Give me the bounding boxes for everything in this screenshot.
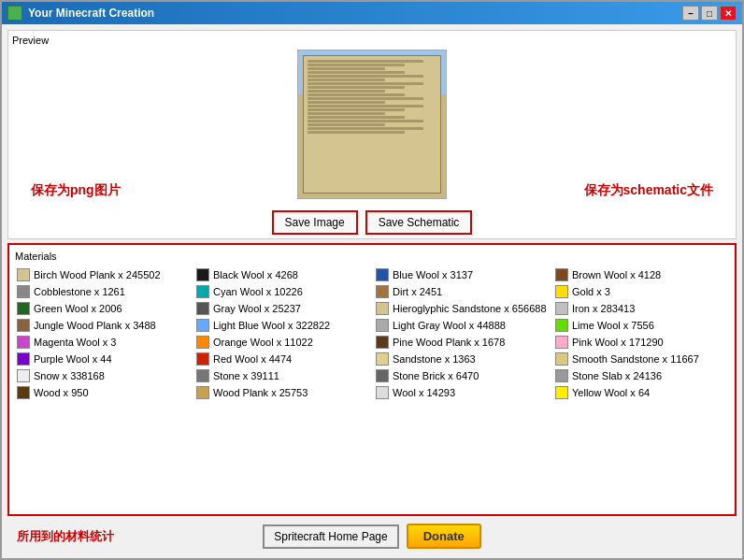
list-item: Orange Wool x 11022 xyxy=(194,335,370,350)
list-item: Iron x 283413 xyxy=(553,301,729,316)
material-color-swatch xyxy=(376,268,389,281)
mc-line xyxy=(308,64,405,66)
material-name: Stone x 39111 xyxy=(213,370,279,381)
main-window: Your Minecraft Creation – □ ✕ Preview xyxy=(0,0,744,560)
material-color-swatch xyxy=(196,369,209,382)
donate-button[interactable]: Donate xyxy=(407,524,481,549)
material-name: Wood Plank x 25753 xyxy=(213,387,308,398)
home-page-button[interactable]: Spritecraft Home Page xyxy=(263,524,398,549)
list-item: Cyan Wool x 10226 xyxy=(194,284,370,299)
material-color-swatch xyxy=(555,302,568,315)
material-name: Sandstone x 1363 xyxy=(393,353,476,365)
material-color-swatch xyxy=(376,302,389,315)
save-schematic-button[interactable]: Save Schematic xyxy=(365,210,473,235)
mc-line xyxy=(308,93,405,96)
material-name: Iron x 283413 xyxy=(572,303,635,314)
material-color-swatch xyxy=(196,336,209,349)
list-item: Gray Wool x 25237 xyxy=(194,301,370,316)
list-item: Light Blue Wool x 322822 xyxy=(194,318,370,333)
material-name: Cyan Wool x 10226 xyxy=(213,286,303,297)
material-name: Jungle Wood Plank x 3488 xyxy=(34,320,156,331)
window-title: Your Minecraft Creation xyxy=(28,7,154,20)
title-bar: Your Minecraft Creation – □ ✕ xyxy=(2,2,742,24)
maximize-button[interactable]: □ xyxy=(701,6,718,21)
material-color-swatch xyxy=(555,352,568,366)
mc-preview-inner xyxy=(303,55,441,194)
list-item: Wood Plank x 25753 xyxy=(194,385,370,400)
footer: 所用到的材料统计 Spritecraft Home Page Donate xyxy=(7,520,737,553)
list-item: Stone x 39111 xyxy=(194,368,370,383)
mc-preview-bg xyxy=(298,50,446,198)
material-color-swatch xyxy=(196,352,209,366)
list-item: Dirt x 2451 xyxy=(374,284,550,299)
material-name: Stone Brick x 6470 xyxy=(393,370,479,381)
preview-label: Preview xyxy=(12,35,732,46)
list-item: Black Wool x 4268 xyxy=(194,267,370,282)
material-name: Wood x 950 xyxy=(34,387,89,398)
list-item: Pink Wool x 171290 xyxy=(553,335,729,350)
mc-line xyxy=(308,79,385,81)
list-item: Smooth Sandstone x 11667 xyxy=(553,352,729,366)
mc-line xyxy=(308,131,405,134)
mc-line xyxy=(308,86,405,89)
material-name: Blue Wool x 3137 xyxy=(393,269,473,280)
footer-annotation: 所用到的材料统计 xyxy=(17,528,114,545)
list-item: Red Wool x 4474 xyxy=(194,352,370,366)
mc-line xyxy=(308,60,423,63)
material-color-swatch xyxy=(196,302,209,315)
mc-line xyxy=(308,127,423,130)
list-item: Purple Wool x 44 xyxy=(15,352,191,366)
material-color-swatch xyxy=(555,319,568,332)
app-icon xyxy=(7,6,22,21)
material-name: Light Gray Wool x 44888 xyxy=(393,320,506,331)
mc-line xyxy=(308,71,405,74)
material-name: Red Wool x 4474 xyxy=(213,353,292,365)
mc-line xyxy=(308,123,385,126)
list-item: Light Gray Wool x 44888 xyxy=(374,318,550,333)
close-button[interactable]: ✕ xyxy=(720,6,737,21)
material-name: Lime Wool x 7556 xyxy=(572,320,654,331)
material-color-swatch xyxy=(555,369,568,382)
list-item: Stone Slab x 24136 xyxy=(553,368,729,383)
list-item: Magenta Wool x 3 xyxy=(15,335,191,350)
mc-line xyxy=(308,116,405,119)
mc-line xyxy=(308,82,423,85)
list-item: Green Wool x 2006 xyxy=(15,301,191,316)
list-item: Hieroglyphic Sandstone x 656688 xyxy=(374,301,550,316)
material-color-swatch xyxy=(376,336,389,349)
material-color-swatch xyxy=(17,369,30,382)
save-image-button[interactable]: Save Image xyxy=(272,210,358,235)
list-item: Blue Wool x 3137 xyxy=(374,267,550,282)
material-color-swatch xyxy=(555,285,568,298)
material-name: Dirt x 2451 xyxy=(393,286,442,297)
mc-line xyxy=(308,67,385,70)
material-name: Orange Wool x 11022 xyxy=(213,337,313,348)
material-name: Brown Wool x 4128 xyxy=(572,269,661,280)
materials-label: Materials xyxy=(15,251,729,262)
material-color-swatch xyxy=(196,319,209,332)
material-name: Magenta Wool x 3 xyxy=(34,337,116,348)
list-item: Jungle Wood Plank x 3488 xyxy=(15,318,191,333)
mc-lines xyxy=(304,56,440,137)
annotation-save-png: 保存为png图片 xyxy=(31,182,121,199)
mc-line xyxy=(308,90,385,93)
material-color-swatch xyxy=(196,268,209,281)
material-name: Gray Wool x 25237 xyxy=(213,303,301,314)
material-color-swatch xyxy=(555,336,568,349)
material-color-swatch xyxy=(376,369,389,382)
list-item: Sandstone x 1363 xyxy=(374,352,550,366)
list-item: Cobblestone x 1261 xyxy=(15,284,191,299)
list-item: Snow x 338168 xyxy=(15,368,191,383)
materials-section: Materials Birch Wood Plank x 245502Black… xyxy=(7,243,737,516)
material-name: Green Wool x 2006 xyxy=(34,303,122,314)
annotation-save-schematic: 保存为schematic文件 xyxy=(584,182,713,199)
list-item: Wood x 950 xyxy=(15,385,191,400)
list-item: Wool x 14293 xyxy=(374,385,550,400)
mc-line xyxy=(308,101,385,104)
material-name: Stone Slab x 24136 xyxy=(572,370,662,381)
title-buttons: – □ ✕ xyxy=(682,6,737,21)
minimize-button[interactable]: – xyxy=(682,6,699,21)
material-color-swatch xyxy=(17,319,30,332)
preview-image xyxy=(297,50,447,199)
material-name: Black Wool x 4268 xyxy=(213,269,298,280)
